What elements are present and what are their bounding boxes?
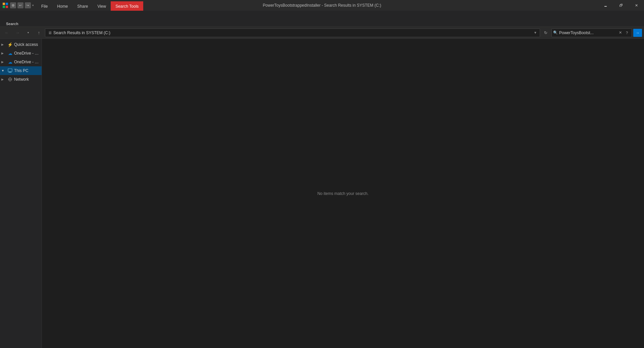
recent-locations-button[interactable]: ▾ bbox=[23, 28, 33, 38]
chevron-icon: ▶ bbox=[1, 60, 6, 64]
search-go-icon: → bbox=[636, 31, 640, 35]
address-bar[interactable]: 🖥 Search Results in SYSTEM (C:) ▼ bbox=[45, 28, 540, 37]
forward-button[interactable]: → bbox=[13, 28, 22, 38]
svg-rect-7 bbox=[8, 72, 12, 73]
tab-search-tools[interactable]: Search Tools bbox=[111, 1, 143, 11]
restore-button[interactable]: 🗗 bbox=[613, 0, 629, 11]
quick-access-icon: ⚡ bbox=[7, 42, 13, 47]
sidebar-item-quick-access[interactable]: ▶ ⚡ Quick access bbox=[0, 40, 42, 49]
chevron-icon: ▶ bbox=[1, 52, 6, 55]
chevron-down-icon: ▾ bbox=[28, 31, 29, 34]
sidebar-label: OneDrive - Personal bbox=[14, 60, 40, 64]
sidebar-item-this-pc[interactable]: ▼ This PC bbox=[0, 66, 42, 75]
minimize-button[interactable]: 🗕 bbox=[598, 0, 613, 11]
title-bar: ↩ ↪ ▾ File Home Share View Search Tools … bbox=[0, 0, 644, 11]
svg-point-4 bbox=[12, 4, 14, 7]
ribbon-section-search-tab: Search bbox=[3, 11, 21, 26]
title-bar-left: ↩ ↪ ▾ bbox=[0, 0, 37, 11]
up-icon: ↑ bbox=[38, 30, 40, 35]
no-items-message: No items match your search. bbox=[317, 191, 369, 196]
svg-rect-0 bbox=[3, 3, 5, 5]
search-clear-button[interactable]: ✕ bbox=[617, 29, 624, 37]
tab-file[interactable]: File bbox=[37, 1, 52, 11]
nav-bar: ← → ▾ ↑ 🖥 Search Results in SYSTEM (C:) … bbox=[0, 27, 644, 39]
svg-rect-1 bbox=[6, 3, 8, 5]
search-bar[interactable]: 🔍 ✕ ? bbox=[551, 28, 632, 37]
search-help-button[interactable]: ? bbox=[624, 29, 630, 37]
back-button[interactable]: ← bbox=[2, 28, 11, 38]
forward-icon: → bbox=[15, 30, 20, 35]
svg-rect-2 bbox=[3, 6, 5, 8]
refresh-button[interactable]: ↻ bbox=[541, 28, 550, 37]
ribbon-search-subtitle: Search bbox=[5, 22, 18, 26]
svg-rect-5 bbox=[8, 69, 12, 72]
svg-rect-3 bbox=[6, 6, 8, 8]
tab-share[interactable]: Share bbox=[72, 1, 93, 11]
onedrive-georgia-icon: ☁ bbox=[7, 51, 13, 56]
back-icon: ← bbox=[5, 30, 9, 35]
quick-access-toolbar: ↩ ↪ ▾ bbox=[10, 2, 34, 8]
pin-icon[interactable] bbox=[10, 2, 16, 8]
tab-home[interactable]: Home bbox=[52, 1, 72, 11]
sidebar-label: Network bbox=[14, 77, 29, 82]
onedrive-personal-icon: ☁ bbox=[7, 59, 13, 65]
address-dropdown-icon: ▼ bbox=[534, 31, 537, 34]
search-input[interactable] bbox=[558, 30, 617, 35]
up-button[interactable]: ↑ bbox=[34, 28, 44, 38]
chevron-icon: ▶ bbox=[1, 43, 6, 46]
app-icon bbox=[3, 3, 8, 8]
redo-icon[interactable]: ↪ bbox=[25, 2, 31, 8]
quick-access-dropdown[interactable]: ▾ bbox=[32, 4, 34, 7]
chevron-icon: ▼ bbox=[1, 69, 6, 72]
sidebar-label: OneDrive - Georgia Ir bbox=[14, 51, 40, 56]
main-layout: ▶ ⚡ Quick access ▶ ☁ OneDrive - Georgia … bbox=[0, 39, 644, 348]
folder-icon: 🖥 bbox=[48, 30, 52, 35]
sidebar: ▶ ⚡ Quick access ▶ ☁ OneDrive - Georgia … bbox=[0, 39, 42, 348]
refresh-icon: ↻ bbox=[544, 30, 547, 35]
search-icon: 🔍 bbox=[553, 30, 558, 35]
content-area: No items match your search. bbox=[42, 39, 644, 348]
sidebar-label: This PC bbox=[14, 68, 29, 73]
search-tools-label: Search Tools bbox=[115, 4, 139, 9]
ribbon-bar: Search bbox=[0, 11, 644, 27]
sidebar-item-onedrive-georgia[interactable]: ▶ ☁ OneDrive - Georgia Ir bbox=[0, 49, 42, 58]
sidebar-item-network[interactable]: ▶ Network bbox=[0, 75, 42, 84]
this-pc-icon bbox=[7, 68, 13, 73]
close-button[interactable]: ✕ bbox=[629, 0, 644, 11]
tab-view[interactable]: View bbox=[93, 1, 111, 11]
network-icon bbox=[7, 77, 13, 82]
ribbon-tabs: File Home Share View Search Tools bbox=[37, 0, 598, 11]
address-text: Search Results in SYSTEM (C:) bbox=[53, 30, 110, 35]
chevron-icon: ▶ bbox=[1, 78, 6, 81]
sidebar-label: Quick access bbox=[14, 42, 38, 47]
window-controls: 🗕 🗗 ✕ bbox=[598, 0, 644, 11]
sidebar-item-onedrive-personal[interactable]: ▶ ☁ OneDrive - Personal bbox=[0, 58, 42, 66]
undo-icon[interactable]: ↩ bbox=[17, 2, 23, 8]
search-go-button[interactable]: → bbox=[633, 29, 642, 37]
